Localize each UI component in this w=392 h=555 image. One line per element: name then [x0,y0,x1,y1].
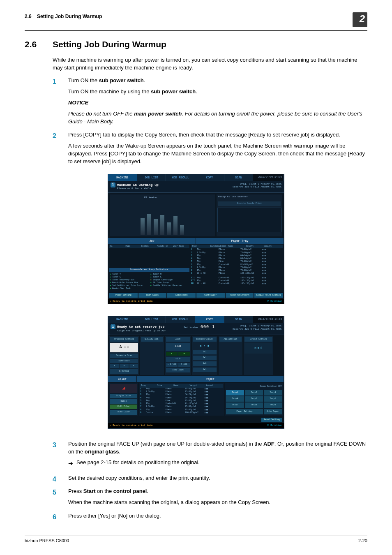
section-number: 2.6 [25,38,41,51]
footer-model: bizhub PRESS C8000 [25,538,69,544]
color-swatch-icon: ◢ [110,384,137,393]
notice-heading: NOTICE [68,99,367,107]
adjustment-button[interactable]: Adjustment [167,293,196,298]
status-message-title: Ready to set reserve job [117,324,166,329]
tray2-button[interactable]: Tray2 [245,390,263,395]
auto-paper-button[interactable]: Auto Paper [264,409,282,414]
tab-scan[interactable]: SCAN [224,316,254,323]
tab-copy[interactable]: COPY [195,174,224,181]
paper-table-header: TraySize(Unit:mm)NameWeightAmount [191,245,283,248]
ready-scanner-label: Ready to use scanner [217,194,282,200]
tray6-button[interactable]: Tray6 [264,396,282,402]
touch-adjustment-button[interactable]: Touch Adjustment [226,293,254,298]
normal-button[interactable]: A Normal [110,369,138,374]
dir-opt[interactable]: ⬆ [110,364,119,368]
tray-row: 28.5x11▢Plain75-80g/m2▮▮▮ [140,391,223,393]
info-icon: i [111,183,115,187]
quality-adj-header[interactable]: Quality Adj. [141,337,163,342]
tray-row: 3A3▢Plain64-74g/m2▮▮▮ [140,393,223,396]
step-number: 6 [53,512,60,523]
duplex-12[interactable]: 1▸2 [193,361,217,366]
tab-machine[interactable]: MACHINE [108,174,137,181]
direction-label: Direction [110,359,138,363]
notice-text: Please do not turn OFF the main power sw… [68,110,367,126]
step2-p1: Press [COPY] tab to display the Copy Scr… [68,131,367,139]
job-panel-label: Job [108,238,196,244]
tab-joblist[interactable]: JOB LIST [137,316,166,323]
auto-zoom-button[interactable]: Auto Zoom [166,368,190,372]
original-setting-header[interactable]: Original Setting [110,337,138,342]
auto-color-button[interactable]: Auto Color [110,410,137,414]
dir-opt[interactable]: ⬅ [120,364,128,368]
both-sides-button[interactable]: Both Sides [138,293,167,298]
single-color-button[interactable]: Single Color [110,394,137,398]
tray3-button[interactable]: Tray3 [264,390,282,395]
datetime-label: 2010/04/04 14:00 [253,316,284,323]
duplex-icon: ◧ ▸ ◨ [193,343,217,349]
step-number: 2 [53,131,60,169]
tray-row: 8B5▢Plain75-80g/m2▮▮▮ [191,269,283,272]
controller-button[interactable]: Controller [196,293,225,298]
full-color-button[interactable]: Full Color [110,405,137,409]
page-running-head: 2.6 Setting Job During Warmup [25,12,102,20]
zoom-down[interactable]: ▼ [166,352,178,356]
duplex-11[interactable]: 1▸1 [193,368,217,372]
paper-setting-button[interactable]: Paper Setting [109,293,138,298]
tray-row: 4A4▢Plain64-74g/m2▮▮▮ [191,257,283,260]
duplex-header[interactable]: Simplex/Duplex [193,337,217,342]
step1-line1: Turn ON the sub power switch. [68,77,367,85]
tray-row: 3A3▢Plain64-74g/m2▮▮▮ [191,254,283,257]
tray1-button[interactable]: Tray1 [226,390,244,395]
output-setting-header[interactable]: Output Setting [244,337,272,342]
tray-row: PI2A3▢Coated-GL106-135g/m2▮▮▮ [191,280,283,282]
step3-crossref: ➔ See page 2-15 for details on positioni… [68,459,367,467]
tab-machine[interactable]: MACHINE [108,316,137,323]
duplex-22[interactable]: 2▸2 [193,350,217,354]
intro-paragraph: While the machine is warming up after po… [53,56,367,72]
tray-row: 4A4▢Plain64-74g/m2▮▮▮ [140,397,223,400]
tab-hddrecall[interactable]: HDD RECALL [166,316,195,323]
zoom-value: 1.000 [166,343,190,351]
machine-screen-warming: MACHINE JOB LIST HDD RECALL COPY SCAN 20… [108,174,284,305]
tab-hddrecall[interactable]: HDD RECALL [166,174,195,181]
separate-scan-button[interactable]: Separate Scan [110,354,138,358]
output-preview: ▤ ▦ ⎙ [244,343,272,354]
zoom-x1[interactable]: x1.0 [166,357,190,361]
tray-row: 1A4▢Plain75-80g/m2▮▮▮ [140,388,223,391]
tray4-button[interactable]: Tray4 [226,396,244,402]
zoom-up[interactable]: ▲ [178,352,190,356]
set-number-label: Set Number [184,326,198,329]
duplex-21[interactable]: 2▸1 [193,356,217,360]
zoom-half[interactable]: x 0.500 [166,363,178,367]
section-title: Setting Job During Warmup [53,38,166,51]
consumable-header: Consumable and Scrap Indicators [109,268,189,272]
tab-joblist[interactable]: JOB LIST [137,174,166,181]
execute-sample-print-button[interactable]: Execute Sample Print [218,201,281,206]
tray-row: 9CustomPlain106-135g/m2▮▮▮ [140,412,223,414]
tab-scan[interactable]: SCAN [224,174,254,181]
dir-opt[interactable]: ➡ [129,364,138,368]
reset-setting-button[interactable]: Reset Setting [261,418,282,422]
counter-readout: Orig. Count 0 Memory 99.860% Reserve Job… [233,324,281,333]
datetime-label: 2010/04/04 14:00 [253,174,284,181]
tab-copy[interactable]: COPY [195,316,224,323]
zoom-double[interactable]: 2.000 [178,363,190,367]
image-rotation-label: Image Rotation OFF [226,384,282,389]
sample-print-setting-button[interactable]: Sample Print Setting [254,293,283,298]
tray5-button[interactable]: Tray5 [245,396,263,402]
paper-setting-button[interactable]: Paper Setting [226,409,263,414]
color-panel-label: Color [108,376,137,382]
application-header[interactable]: Application [219,337,242,342]
step-number: 5 [53,488,60,510]
status-message-sub: Align the original face up on ADF [117,329,166,333]
tray7-button[interactable]: Tray7 [226,402,244,408]
zoom-header[interactable]: Zoom [166,337,190,342]
tray-row: 78.5x11▢Plain75-80g/m2▮▮▮ [140,405,223,408]
tray-row: 8B5▢Plain75-80g/m2▮▮▮ [140,409,223,412]
tray9-button[interactable]: Tray9 [264,402,282,408]
tray8-button[interactable]: Tray8 [245,402,263,408]
step-number: 4 [53,474,60,486]
black-button[interactable]: Black [110,399,137,404]
paper-tray-panel-label: Paper Tray [196,238,284,244]
pb-heater-label: PB Heater [143,195,159,201]
